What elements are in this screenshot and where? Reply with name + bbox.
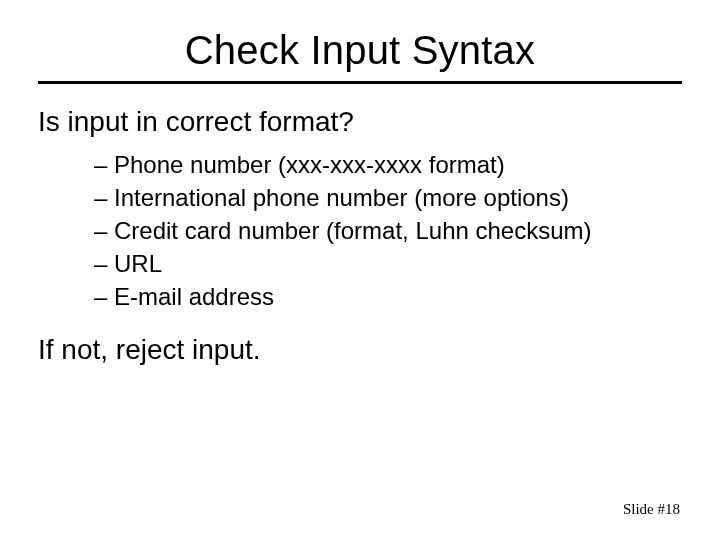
slide-title: Check Input Syntax bbox=[38, 28, 682, 73]
slide-number: Slide #18 bbox=[623, 501, 680, 518]
list-item: International phone number (more options… bbox=[94, 181, 682, 214]
list-item: Credit card number (format, Luhn checksu… bbox=[94, 214, 682, 247]
bullet-list: Phone number (xxx-xxx-xxxx format) Inter… bbox=[94, 148, 682, 314]
closing-text: If not, reject input. bbox=[38, 334, 682, 366]
question-text: Is input in correct format? bbox=[38, 106, 682, 138]
list-item: Phone number (xxx-xxx-xxxx format) bbox=[94, 148, 682, 181]
list-item: URL bbox=[94, 247, 682, 280]
title-divider bbox=[38, 81, 682, 84]
list-item: E-mail address bbox=[94, 280, 682, 313]
